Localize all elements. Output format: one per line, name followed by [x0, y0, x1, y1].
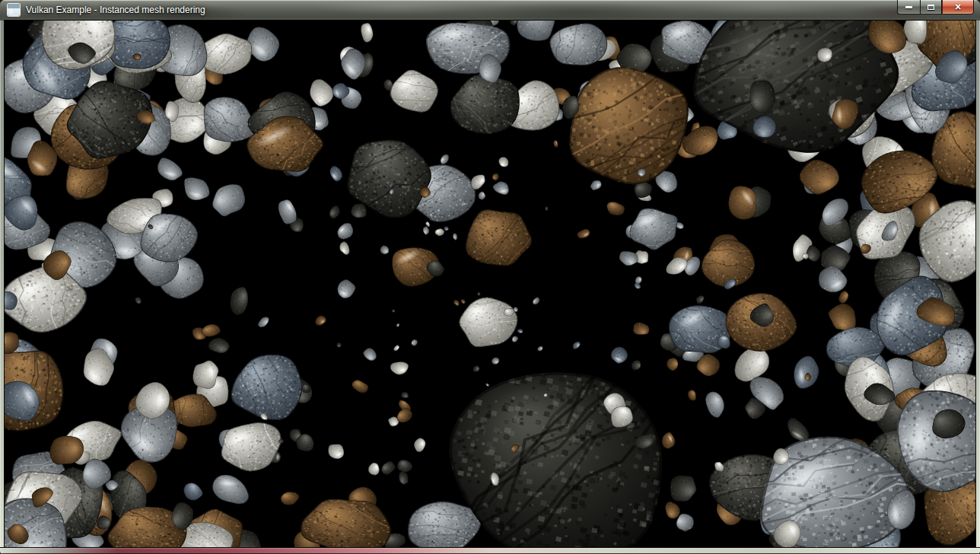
window-controls: ✕ — [897, 0, 974, 14]
close-button[interactable]: ✕ — [942, 0, 974, 14]
application-icon-glyph — [9, 9, 13, 14]
window-border-bottom[interactable] — [0, 547, 980, 554]
maximize-button[interactable] — [920, 0, 942, 14]
close-icon: ✕ — [954, 3, 961, 11]
window-border-left[interactable] — [0, 21, 5, 547]
minimize-button[interactable] — [897, 0, 920, 14]
desktop: { "window": { "title": "Vulkan Example -… — [0, 0, 980, 554]
render-viewport[interactable] — [5, 21, 975, 547]
app-window: Vulkan Example - Instanced mesh renderin… — [0, 0, 980, 554]
window-title: Vulkan Example - Instanced mesh renderin… — [26, 0, 205, 21]
title-bar[interactable]: Vulkan Example - Instanced mesh renderin… — [0, 0, 980, 21]
minimize-icon — [905, 6, 912, 8]
window-border-right[interactable] — [975, 21, 980, 547]
maximize-icon — [928, 5, 934, 10]
application-icon — [8, 4, 20, 16]
